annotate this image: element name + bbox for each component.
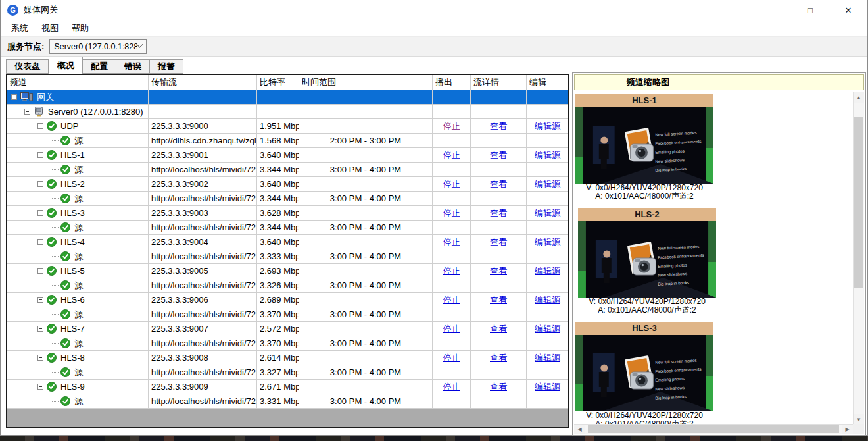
- edit-source-link[interactable]: 编辑源: [535, 265, 560, 277]
- source-label: 源: [74, 222, 83, 234]
- view-link[interactable]: 查看: [490, 352, 507, 364]
- edit-source-link[interactable]: 编辑源: [535, 149, 560, 161]
- stop-link[interactable]: 停止: [443, 323, 460, 335]
- status-ok-icon: [60, 222, 70, 232]
- toolbar: 服务节点: Server0 (127.0.0.1:8280): [1, 37, 867, 57]
- tree-collapse-toggle[interactable]: [37, 384, 43, 390]
- channel-tree-cell: Server0 (127.0.0.1:8280): [7, 105, 149, 118]
- status-ok-icon: [47, 179, 57, 189]
- stop-link[interactable]: 停止: [443, 294, 460, 306]
- tab-报警[interactable]: 报警: [150, 59, 183, 74]
- view-link[interactable]: 查看: [490, 207, 507, 219]
- time-range-cell: [299, 264, 433, 278]
- stop-link[interactable]: 停止: [443, 352, 460, 364]
- edit-source-link[interactable]: 编辑源: [535, 207, 560, 219]
- channel-tree-cell: 源: [7, 163, 149, 176]
- edit-cell: [527, 307, 568, 321]
- stop-link[interactable]: 停止: [443, 236, 460, 248]
- scroll-right-icon[interactable]: ▶: [842, 425, 853, 434]
- tree-collapse-toggle[interactable]: [37, 181, 43, 187]
- view-link[interactable]: 查看: [490, 120, 507, 132]
- stream-details-cell: 查看: [471, 293, 527, 307]
- stream-cell: 225.3.3.3:9004: [149, 235, 257, 249]
- stop-link[interactable]: 停止: [443, 120, 460, 132]
- view-link[interactable]: 查看: [490, 149, 507, 161]
- tree-collapse-toggle[interactable]: [37, 239, 43, 245]
- channel-tree-cell: HLS-9: [7, 380, 149, 394]
- tab-仪表盘[interactable]: 仪表盘: [6, 59, 49, 74]
- status-ok-icon: [47, 208, 57, 218]
- channel-tree-cell: 网关: [7, 90, 149, 104]
- source-label: 源: [74, 338, 83, 350]
- stream-details-cell: 查看: [471, 119, 527, 133]
- vertical-scrollbar[interactable]: ▲ ▼: [853, 92, 864, 425]
- tree-collapse-toggle[interactable]: [37, 297, 43, 303]
- edit-source-link[interactable]: 编辑源: [535, 294, 560, 306]
- tree-collapse-toggle[interactable]: [37, 268, 43, 274]
- view-link[interactable]: 查看: [490, 381, 507, 393]
- service-node-select[interactable]: Server0 (127.0.0.1:8280): [49, 39, 147, 54]
- tree-collapse-toggle[interactable]: [37, 123, 43, 129]
- edit-source-link[interactable]: 编辑源: [535, 120, 560, 132]
- scroll-up-icon[interactable]: ▲: [854, 92, 864, 103]
- maximize-button[interactable]: □: [791, 0, 829, 20]
- close-button[interactable]: ✕: [829, 0, 867, 20]
- tree-collapse-toggle[interactable]: [37, 326, 43, 332]
- edit-source-link[interactable]: 编辑源: [535, 236, 560, 248]
- play-cell: 停止: [433, 264, 471, 278]
- play-cell: [433, 220, 471, 234]
- edit-source-link[interactable]: 编辑源: [535, 352, 560, 364]
- vertical-scroll-thumb[interactable]: [854, 117, 863, 288]
- bitrate-cell: 1.951 Mbps: [257, 119, 299, 133]
- stop-link[interactable]: 停止: [443, 265, 460, 277]
- horizontal-scroll-thumb[interactable]: [588, 425, 839, 433]
- vertical-scroll-track[interactable]: [854, 103, 864, 414]
- column-header: 编辑: [527, 75, 568, 90]
- menu-item-帮助[interactable]: 帮助: [65, 20, 95, 36]
- tree-collapse-toggle[interactable]: [37, 355, 43, 361]
- view-link[interactable]: 查看: [490, 178, 507, 190]
- edit-source-link[interactable]: 编辑源: [535, 178, 560, 190]
- stop-link[interactable]: 停止: [443, 381, 460, 393]
- status-ok-icon: [47, 237, 57, 247]
- edit-cell: [527, 105, 568, 118]
- thumbnail-card-HLS-1[interactable]: HLS-1New full screen modesFacebook enhan…: [575, 94, 713, 201]
- status-ok-icon: [47, 150, 57, 160]
- stop-link[interactable]: 停止: [443, 149, 460, 161]
- channel-tree-cell: 源: [7, 134, 149, 147]
- edit-cell: [527, 90, 568, 104]
- thumbnail-card-HLS-3[interactable]: HLS-3New full screen modesFacebook enhan…: [575, 322, 713, 425]
- view-link[interactable]: 查看: [490, 294, 507, 306]
- play-cell: [433, 163, 471, 176]
- edit-cell: [527, 278, 568, 292]
- source-label: 源: [74, 251, 83, 263]
- channel-name: HLS-8: [60, 353, 85, 363]
- menu-item-系统[interactable]: 系统: [5, 20, 35, 36]
- view-link[interactable]: 查看: [490, 236, 507, 248]
- edit-source-link[interactable]: 编辑源: [535, 323, 560, 335]
- tab-配置[interactable]: 配置: [83, 59, 116, 74]
- view-link[interactable]: 查看: [490, 265, 507, 277]
- channel-tree-cell: HLS-8: [7, 351, 149, 365]
- minimize-button[interactable]: —: [753, 0, 791, 20]
- stop-link[interactable]: 停止: [443, 207, 460, 219]
- column-header: 时间范围: [299, 75, 433, 90]
- menu-item-视图[interactable]: 视图: [35, 20, 65, 36]
- table-empty-area: [7, 409, 568, 427]
- edit-source-link[interactable]: 编辑源: [535, 381, 560, 393]
- tree-collapse-toggle[interactable]: [37, 152, 43, 158]
- horizontal-scroll-track[interactable]: [585, 425, 842, 434]
- tab-概况[interactable]: 概况: [49, 57, 83, 74]
- tree-collapse-toggle[interactable]: [37, 210, 43, 216]
- time-range-cell: 2:00 PM - 3:00 PM: [299, 134, 433, 147]
- tree-collapse-toggle[interactable]: [11, 94, 17, 100]
- time-range-cell: 3:00 PM - 4:00 PM: [299, 220, 433, 234]
- horizontal-scrollbar[interactable]: ◀ ▶: [574, 424, 853, 434]
- stop-link[interactable]: 停止: [443, 178, 460, 190]
- scroll-left-icon[interactable]: ◀: [574, 425, 585, 434]
- edit-cell: [527, 365, 568, 379]
- view-link[interactable]: 查看: [490, 323, 507, 335]
- tree-collapse-toggle[interactable]: [24, 109, 30, 115]
- thumbnail-card-HLS-2[interactable]: HLS-2New full screen modesFacebook enhan…: [578, 208, 716, 315]
- tab-错误[interactable]: 错误: [116, 59, 150, 74]
